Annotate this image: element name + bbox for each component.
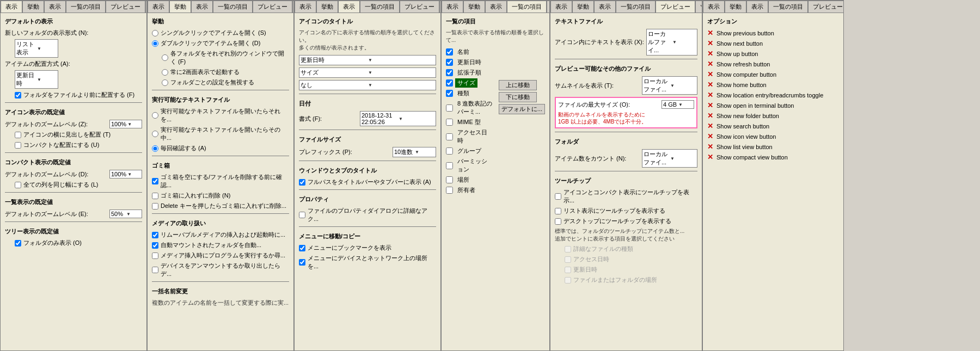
item-arrangement-dropdown[interactable]: 更新日時 ▼ xyxy=(15,70,58,89)
tab-toolbar-5[interactable]: ツールバー xyxy=(695,1,702,13)
tooltip-location-checkbox[interactable] xyxy=(565,277,571,284)
list-item-location-checkbox[interactable] xyxy=(446,176,453,183)
folder-only-checkbox[interactable] xyxy=(15,240,21,247)
tooltip-list-checkbox[interactable] xyxy=(555,208,561,214)
delete-key-checkbox[interactable] xyxy=(152,203,158,210)
icon-caption-checkbox[interactable] xyxy=(15,132,21,138)
tab-toolbar-1[interactable]: ツールバー xyxy=(145,1,146,13)
tab-behavior-1[interactable]: 挙動 xyxy=(22,1,44,13)
tab-behavior-5[interactable]: 挙動 xyxy=(572,1,594,13)
tab-display-5[interactable]: 表示 xyxy=(550,1,572,13)
tooltip-filetype-checkbox[interactable] xyxy=(565,246,571,253)
tab-preview-1[interactable]: プレビュー xyxy=(106,1,145,13)
compact-layout-checkbox[interactable] xyxy=(15,142,21,149)
tab-view-4[interactable]: 表示 xyxy=(485,1,507,13)
tab-toolbar-2[interactable]: ツールバー xyxy=(292,1,293,13)
tab-view-3[interactable]: 表示 xyxy=(338,1,360,13)
count-items-dropdown[interactable]: ローカルファイ... ▼ xyxy=(642,149,697,168)
single-click-radio[interactable] xyxy=(152,30,158,36)
icon-title-dropdown-1[interactable]: 更新日時 ▼ xyxy=(299,55,436,65)
date-format-label: 書式 (F): xyxy=(299,115,358,123)
tab-preview-4[interactable]: プレビュー xyxy=(547,1,549,13)
menu-devices-checkbox[interactable] xyxy=(299,259,305,266)
tab-preview-6[interactable]: プレビュー xyxy=(808,1,843,13)
exec-text-1-radio[interactable] xyxy=(152,112,158,119)
reset-default-button[interactable]: デフォルトに... xyxy=(499,104,545,114)
tab-list-6[interactable]: 一覧の項目 xyxy=(768,1,808,13)
icon-zoom-dropdown[interactable]: 100% ▼ xyxy=(109,120,142,128)
list-item-ext-checkbox[interactable] xyxy=(446,69,453,76)
tooltip-atime-checkbox[interactable] xyxy=(565,256,571,263)
tooltip-icon-row: アイコンとコンパクト表示にツールチップを表示... xyxy=(555,188,697,205)
tab-display-2[interactable]: 表示 xyxy=(148,1,169,13)
filesize-prefix-dropdown[interactable]: 10進数 ▼ xyxy=(393,147,436,157)
move-down-button[interactable]: 下に移動 xyxy=(499,92,537,102)
list-item-atime-checkbox[interactable] xyxy=(446,133,453,140)
auto-mount-checkbox[interactable] xyxy=(152,242,158,249)
tab-view-1[interactable]: 表示 xyxy=(44,1,66,13)
tab-view-6[interactable]: 表示 xyxy=(746,1,768,13)
tab-preview-5[interactable]: プレビュー xyxy=(656,1,695,13)
exec-text-2-radio[interactable] xyxy=(152,131,158,137)
props-detail-checkbox[interactable] xyxy=(299,212,305,218)
tab-view-5[interactable]: 表示 xyxy=(594,1,616,13)
folder-before-files-checkbox[interactable] xyxy=(15,92,21,98)
tab-list-3[interactable]: 一覧の項目 xyxy=(360,1,400,13)
menu-bookmark-checkbox[interactable] xyxy=(299,245,305,251)
tab-behavior-4[interactable]: 挙動 xyxy=(463,1,485,13)
list-zoom-row: デフォルトのズームレベル (E): 50% ▼ xyxy=(5,210,142,218)
tab-preview-3[interactable]: プレビュー xyxy=(400,1,439,13)
list-item-size-checkbox[interactable] xyxy=(446,79,453,87)
icon-title-dropdown-2[interactable]: サイズ ▼ xyxy=(299,67,436,78)
tab-toolbar-3[interactable]: ツールバー xyxy=(439,1,440,13)
tab-behavior-3[interactable]: 挙動 xyxy=(316,1,338,13)
separate-window-radio[interactable] xyxy=(162,54,168,61)
tooltip-mtime-checkbox[interactable] xyxy=(565,267,571,273)
tab-display-6[interactable]: 表示 xyxy=(703,1,725,13)
tab-list-2[interactable]: 一覧の項目 xyxy=(213,1,253,13)
auto-mount-label: 自動マウントされたフォルダを自動... xyxy=(161,241,261,249)
media-program-checkbox[interactable] xyxy=(152,253,158,259)
list-zoom-dropdown[interactable]: 50% ▼ xyxy=(109,210,142,218)
dual-pane-radio[interactable] xyxy=(162,69,168,76)
list-item-size-label[interactable]: サイズ xyxy=(455,78,477,88)
list-item-type-checkbox[interactable] xyxy=(446,90,453,97)
sep-14 xyxy=(555,59,697,59)
exec-text-3-radio[interactable] xyxy=(152,145,158,152)
list-item-mime-checkbox[interactable] xyxy=(446,119,453,126)
same-col-width-checkbox[interactable] xyxy=(15,182,21,188)
tab-display-3[interactable]: 表示 xyxy=(295,1,316,13)
show-thumbnail-dropdown[interactable]: ローカルファイ... ▼ xyxy=(642,76,697,95)
fullpath-title-checkbox[interactable] xyxy=(299,179,305,186)
list-item-group-checkbox[interactable] xyxy=(446,147,453,155)
show-text-in-icon-dropdown[interactable]: ローカルファイ... ▼ xyxy=(646,29,697,56)
move-up-button[interactable]: 上に移動 xyxy=(499,80,537,90)
tab-display-1[interactable]: 表示 xyxy=(1,1,22,13)
icon-title-dropdown-3[interactable]: なし ▼ xyxy=(299,80,436,90)
new-folder-display-dropdown[interactable]: リスト表示 ▼ xyxy=(15,39,58,58)
date-format-dropdown[interactable]: 2018-12-31 22:05:26 ▼ xyxy=(360,111,436,126)
tab-preview-2[interactable]: プレビュー xyxy=(253,1,292,13)
tab-list-1[interactable]: 一覧の項目 xyxy=(66,1,106,13)
ignore-folder-settings-radio[interactable] xyxy=(162,79,168,86)
tab-view-2[interactable]: 表示 xyxy=(191,1,213,13)
removable-media-checkbox[interactable] xyxy=(152,232,158,238)
trash-confirm-checkbox[interactable] xyxy=(152,178,158,184)
tab-display-4[interactable]: 表示 xyxy=(442,1,463,13)
compact-zoom-dropdown[interactable]: 100% ▼ xyxy=(109,170,142,178)
list-item-owner-checkbox[interactable] xyxy=(446,187,453,194)
tab-behavior-6[interactable]: 挙動 xyxy=(725,1,746,13)
trash-skip-checkbox[interactable] xyxy=(152,193,158,199)
list-item-perm-oct-checkbox[interactable] xyxy=(446,104,453,112)
list-item-mtime-checkbox[interactable] xyxy=(446,59,453,66)
list-item-name-checkbox[interactable] xyxy=(446,48,453,56)
tooltip-icon-checkbox[interactable] xyxy=(555,193,561,200)
tooltip-desktop-checkbox[interactable] xyxy=(555,218,561,225)
unmount-eject-checkbox[interactable] xyxy=(152,267,158,273)
list-item-perm-checkbox[interactable] xyxy=(446,162,453,169)
double-click-radio[interactable] xyxy=(152,40,158,47)
tab-list-5[interactable]: 一覧の項目 xyxy=(616,1,656,13)
max-file-size-dropdown[interactable]: 4 GB ▼ xyxy=(661,100,694,109)
tab-behavior-2[interactable]: 挙動 xyxy=(169,1,191,13)
tab-list-4[interactable]: 一覧の項目 xyxy=(507,1,547,13)
